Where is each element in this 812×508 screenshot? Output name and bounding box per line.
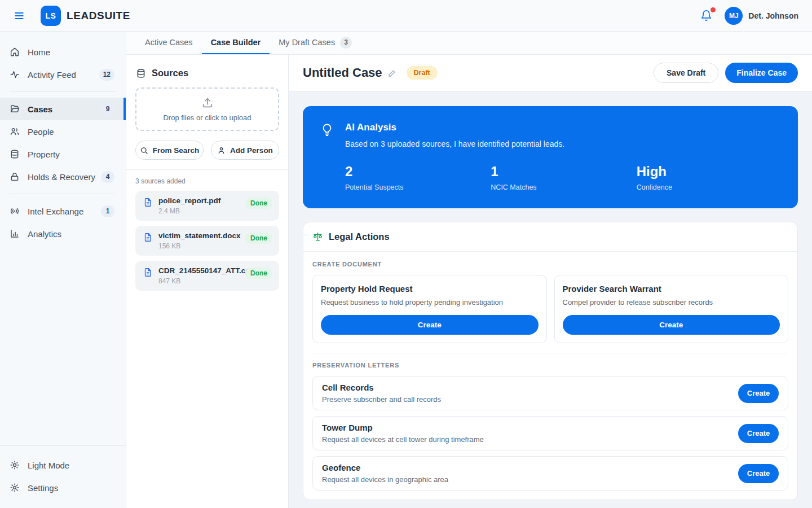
avatar: MJ — [725, 7, 743, 25]
sidebar-item-label: Analytics — [28, 229, 61, 239]
tab-my-draft-cases[interactable]: My Draft Cases 3 — [270, 32, 361, 54]
sidebar-item-label: Holds & Recovery — [28, 172, 95, 182]
sidebar-item-light-mode[interactable]: Light Mode — [0, 454, 126, 476]
letter-row-cell-records: Cell Records Preserve subscriber and cal… — [312, 376, 788, 410]
create-cell-records-button[interactable]: Create — [738, 384, 779, 403]
file-name: victim_statement.docx — [158, 231, 245, 240]
sidebar-item-activity-feed[interactable]: Activity Feed 12 — [0, 63, 126, 86]
file-name: CDR_2145550147_ATT.csv — [158, 266, 245, 275]
from-search-button[interactable]: From Search — [135, 141, 204, 160]
letter-title: Cell Records — [322, 383, 738, 392]
add-person-button[interactable]: Add Person — [211, 141, 279, 160]
activity-feed-badge: 12 — [99, 69, 114, 81]
stat-value: 1 — [491, 164, 636, 179]
broadcast-icon — [10, 206, 20, 216]
status-badge: Draft — [407, 66, 438, 80]
file-icon — [143, 268, 153, 277]
tab-active-cases[interactable]: Active Cases — [136, 32, 202, 54]
document-card-property-hold: Property Hold Request Request business t… — [312, 275, 547, 343]
sidebar-item-settings[interactable]: Settings — [0, 476, 126, 499]
letter-row-tower-dump: Tower Dump Request all devices at cell t… — [312, 416, 788, 450]
draft-cases-count-badge: 3 — [340, 37, 352, 49]
stat-label: NCIC Matches — [491, 183, 636, 191]
tab-case-builder[interactable]: Case Builder — [202, 32, 270, 54]
source-file-item[interactable]: CDR_2145550147_ATT.csv 847 KB Done — [135, 261, 279, 291]
source-file-item[interactable]: police_report.pdf 2.4 MB Done — [135, 191, 279, 221]
sidebar-item-home[interactable]: Home — [0, 41, 126, 63]
sidebar-item-cases[interactable]: Cases 9 — [0, 98, 126, 120]
letter-title: Tower Dump — [322, 423, 738, 432]
file-dropzone[interactable]: Drop files or click to upload — [135, 87, 279, 131]
brand-name: LEADSUITE — [67, 10, 130, 22]
create-document-heading: CREATE DOCUMENT — [312, 261, 788, 268]
brand-logo: LS — [41, 6, 61, 26]
menu-icon[interactable] — [14, 10, 25, 21]
stat-label: Confidence — [637, 183, 782, 191]
search-icon — [140, 146, 148, 155]
notifications-button[interactable] — [700, 10, 712, 21]
sidebar-item-label: Light Mode — [28, 461, 69, 470]
lightbulb-icon — [320, 123, 334, 137]
sidebar-divider — [10, 194, 116, 194]
ai-analysis-title: AI Analysis — [345, 122, 782, 133]
sidebar-item-people[interactable]: People — [0, 120, 126, 143]
sidebar-item-label: Activity Feed — [28, 70, 76, 80]
create-geofence-button[interactable]: Create — [738, 464, 779, 483]
document-card-provider-warrant: Provider Search Warrant Compel provider … — [554, 275, 789, 343]
bar-chart-icon — [10, 229, 20, 239]
source-file-item[interactable]: victim_statement.docx 156 KB Done — [135, 226, 279, 256]
sources-title: Sources — [152, 68, 188, 78]
upload-icon — [201, 97, 214, 109]
sidebar-item-holds-recovery[interactable]: Holds & Recovery 4 — [0, 165, 126, 188]
divider — [312, 353, 788, 353]
sidebar-item-analytics[interactable]: Analytics — [0, 222, 126, 245]
create-tower-dump-button[interactable]: Create — [738, 424, 779, 443]
status-badge: Done — [245, 198, 272, 209]
file-icon — [143, 233, 153, 242]
tab-label: My Draft Cases — [279, 38, 335, 47]
stat-label: Potential Suspects — [345, 183, 491, 191]
letter-title: Geofence — [322, 463, 738, 472]
divider — [126, 169, 288, 170]
sidebar-divider — [10, 91, 116, 92]
edit-title-icon[interactable] — [388, 68, 397, 77]
user-menu[interactable]: MJ Det. Johnson — [725, 7, 798, 25]
person-icon — [217, 146, 226, 155]
dropzone-label: Drop files or click to upload — [163, 113, 251, 122]
stat-ncic-matches: 1 NCIC Matches — [491, 164, 636, 191]
letter-row-geofence: Geofence Request all devices in geograph… — [312, 456, 788, 491]
ai-analysis-banner: AI Analysis Based on 3 uploaded sources,… — [303, 106, 798, 208]
file-size: 156 KB — [158, 242, 245, 250]
page-title: Untitled Case — [303, 65, 382, 80]
sidebar: Home Activity Feed 12 Cases 9 People Pro… — [0, 32, 126, 508]
notification-dot — [710, 7, 716, 12]
stat-value: 2 — [345, 164, 491, 179]
create-provider-warrant-button[interactable]: Create — [563, 315, 780, 335]
sources-panel: Sources Drop files or click to upload Fr… — [126, 55, 289, 508]
tab-bar: Active Cases Case Builder My Draft Cases… — [126, 32, 812, 55]
sidebar-item-property[interactable]: Property — [0, 143, 126, 165]
sidebar-footer: Light Mode Settings — [0, 445, 126, 508]
stat-potential-suspects: 2 Potential Suspects — [345, 164, 491, 191]
sun-icon — [10, 460, 20, 470]
holds-recovery-badge: 4 — [101, 171, 114, 183]
preservation-letters-heading: PRESERVATION LETTERS — [312, 362, 788, 369]
sidebar-item-label: Home — [28, 47, 50, 57]
stat-confidence: High Confidence — [637, 164, 782, 191]
sidebar-item-intel-exchange[interactable]: Intel Exchange 1 — [0, 200, 126, 222]
lock-icon — [10, 172, 20, 182]
user-name: Det. Johnson — [748, 11, 798, 20]
sources-count: 3 sources added — [135, 177, 279, 185]
intel-exchange-badge: 1 — [101, 205, 114, 217]
scales-icon — [312, 231, 323, 242]
sidebar-item-label: Cases — [28, 104, 52, 114]
top-bar: LS LEADSUITE MJ Det. Johnson — [0, 0, 812, 32]
folder-icon — [10, 104, 20, 114]
add-person-label: Add Person — [230, 146, 273, 155]
finalize-case-button[interactable]: Finalize Case — [725, 63, 798, 83]
users-icon — [10, 126, 20, 137]
create-property-hold-button[interactable]: Create — [321, 315, 539, 335]
sidebar-item-label: Intel Exchange — [28, 207, 83, 216]
case-header: Untitled Case Draft Save Draft Finalize … — [289, 55, 812, 91]
save-draft-button[interactable]: Save Draft — [654, 63, 718, 83]
